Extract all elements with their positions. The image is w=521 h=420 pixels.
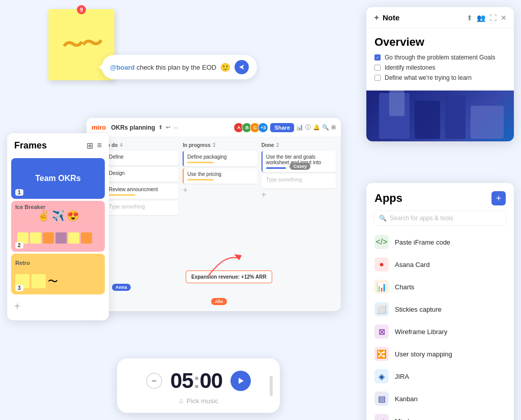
apps-add-button[interactable]: + <box>491 191 506 205</box>
kanban-board: To do 4 Define Design Review announcment… <box>86 137 341 222</box>
undo-icon[interactable]: ↩ <box>166 124 170 131</box>
check-label-1: Go through the problem statement Goals <box>385 54 495 61</box>
card-placeholder-todo: Type something <box>109 204 145 209</box>
close-icon[interactable]: ✕ <box>501 14 507 22</box>
users-icon[interactable]: 👥 <box>477 14 485 22</box>
userstory-icon: 🔀 <box>374 347 389 361</box>
svg-rect-2 <box>445 96 466 139</box>
mini-sticky-y3 <box>68 232 79 244</box>
note-header-title: ✦ Note <box>373 13 399 22</box>
timer-display: − 05:00 <box>129 369 268 393</box>
share-icon[interactable]: ⬆ <box>467 14 473 22</box>
svg-rect-1 <box>415 101 440 139</box>
note-overview-title: Overview <box>366 28 514 54</box>
app-item-jira[interactable]: ◈ JIRA <box>366 365 514 387</box>
note-image <box>366 91 514 141</box>
checkbox-2[interactable] <box>374 65 381 71</box>
emoji-sticker-2: ✈️ <box>52 209 65 222</box>
pin-icon: ✦ <box>373 14 380 22</box>
app-item-stickies[interactable]: ⬜ Stickies capture <box>366 298 514 320</box>
app-item-iframe[interactable]: </> Paste iFrame code <box>366 231 514 253</box>
list-view-icon[interactable]: ≡ <box>97 141 102 151</box>
frames-view-icons: ⊞ ≡ <box>86 141 102 151</box>
apps-panel: Apps + 🔍 Search for apps & tools </> Pas… <box>366 183 514 420</box>
frames-header: Frames ⊞ ≡ <box>7 133 109 156</box>
app-item-asana[interactable]: ● Asana Card <box>366 253 514 276</box>
stickies-icon: ⬜ <box>374 302 389 316</box>
search-icon[interactable]: 🔍 <box>322 124 329 131</box>
notif-icon[interactable]: 🔔 <box>313 124 320 131</box>
app-item-charts[interactable]: 📊 Charts <box>366 276 514 298</box>
app-item-wireframe[interactable]: ⊠ Wireframe Library <box>366 320 514 343</box>
wireframe-icon: ⊠ <box>374 324 389 339</box>
miro-board: miro OKRs planning ⬆ ↩ ··· A B C +3 Shar… <box>86 118 341 311</box>
card-review[interactable]: Review announcment <box>104 184 179 199</box>
avatar-group: A B C +3 <box>236 123 268 133</box>
miro-logo: miro <box>92 124 106 131</box>
timer-drag-handle[interactable] <box>270 376 273 396</box>
app-item-kanban[interactable]: ▤ Kanban <box>366 387 514 410</box>
grid-icon[interactable]: ⊞ <box>331 124 336 131</box>
card-define[interactable]: Define <box>104 151 179 165</box>
comment-bubble: @board check this plan by the EOD 🙂 <box>102 55 257 79</box>
checkbox-3[interactable] <box>374 75 381 81</box>
card-define-packaging[interactable]: Define packaging <box>183 151 257 166</box>
col-todo: To do 4 Define Design Review announcment… <box>104 142 179 217</box>
frames-add-button[interactable]: + <box>7 296 109 316</box>
col-done: Done 2 Use the tier and goals worksheet … <box>262 142 336 217</box>
charts-icon: 📊 <box>374 280 389 294</box>
frame-3-content: Retro 〜 <box>11 254 105 294</box>
card-design[interactable]: Design <box>104 167 179 182</box>
sticky-squiggle: 〜〜 <box>61 29 102 61</box>
bubble-arrow <box>99 64 103 70</box>
frames-panel: Frames ⊞ ≡ Team OKRs 1 ✌️ ✈️ 😍 Ice Break… <box>7 133 109 320</box>
checkbox-1[interactable]: ✓ <box>374 54 381 61</box>
timer-colon: : <box>193 369 200 393</box>
card-placeholder-done: Type something <box>266 177 302 183</box>
frame-item-1[interactable]: Team OKRs 1 <box>11 158 105 199</box>
retro-squiggle: 〜 <box>48 275 58 288</box>
card-review-text: Review announcment <box>109 187 158 192</box>
col-done-title: Done <box>262 142 274 148</box>
grid-view-icon[interactable]: ⊞ <box>86 141 93 151</box>
asana-label: Asana Card <box>395 261 430 268</box>
kanban-label: Kanban <box>395 395 418 403</box>
expand-icon[interactable]: ⛶ <box>489 14 497 22</box>
jira-icon: ◈ <box>374 369 389 383</box>
card-type-done[interactable]: Type something <box>262 174 336 188</box>
share-button[interactable]: Share <box>270 123 294 132</box>
more-icon[interactable]: ··· <box>173 125 178 131</box>
app-item-mindmap[interactable]: ⇌ Mind map <box>366 410 514 420</box>
jira-label: JIRA <box>395 373 409 380</box>
check-item-1: ✓ Go through the problem statement Goals <box>374 54 506 61</box>
col-inprogress-title: In progress <box>183 142 210 148</box>
kanban-icon: ▤ <box>374 392 389 406</box>
info-icon[interactable]: ⓘ <box>305 124 311 131</box>
timer-play-button[interactable] <box>230 371 251 391</box>
apps-search-bar[interactable]: 🔍 Search for apps & tools <box>373 211 507 226</box>
svg-rect-4 <box>389 91 404 116</box>
wireframe-label: Wireframe Library <box>395 328 447 336</box>
music-label[interactable]: Pick music <box>187 397 218 405</box>
mindmap-icon: ⇌ <box>374 414 389 420</box>
mindmap-label: Mind map <box>395 417 424 421</box>
timer-minus-button[interactable]: − <box>146 373 162 389</box>
board-name: OKRs planning <box>111 124 155 131</box>
comment-text: @board check this plan by the EOD <box>110 64 216 71</box>
col-todo-count: 4 <box>120 142 123 148</box>
card-pricing-text: Use the pricing <box>187 171 221 177</box>
card-review-bar <box>109 194 135 196</box>
app-item-userstory[interactable]: 🔀 User story mapping <box>366 343 514 365</box>
add-card-inprogress[interactable]: + <box>183 186 257 195</box>
stats-icon[interactable]: 📊 <box>296 124 303 131</box>
mention-tag: @board <box>110 64 135 71</box>
upload-icon[interactable]: ⬆ <box>158 124 163 131</box>
send-button[interactable] <box>235 60 249 74</box>
timer-time-display: 05:00 <box>170 369 222 393</box>
add-card-done[interactable]: + <box>262 190 336 199</box>
card-use-pricing[interactable]: Use the pricing <box>183 168 257 184</box>
frame-item-3[interactable]: Retro 〜 3 <box>11 254 105 294</box>
note-header-actions: ⬆ 👥 ⛶ ✕ <box>467 14 507 22</box>
card-type-todo[interactable]: Type something <box>104 201 179 215</box>
frame-item-2[interactable]: ✌️ ✈️ 😍 Ice Breaker 2 <box>11 201 105 252</box>
